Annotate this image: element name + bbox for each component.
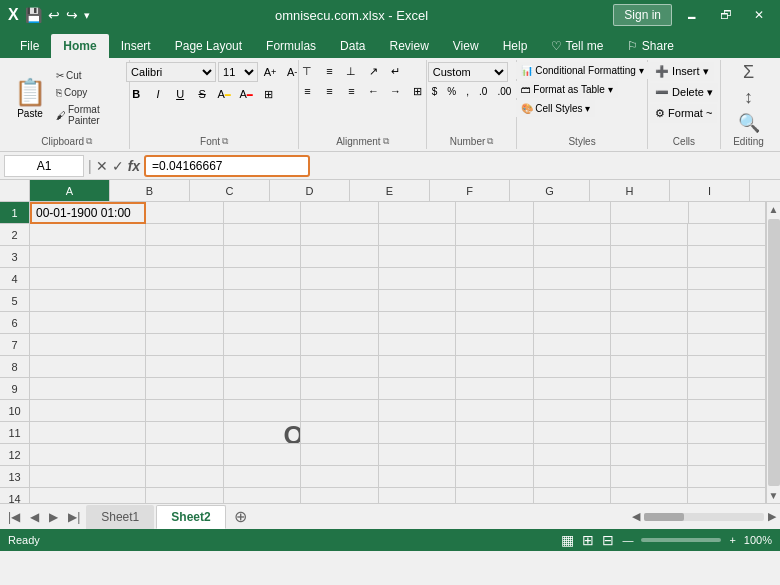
number-format-select[interactable]: Custom bbox=[428, 62, 508, 82]
zoom-plus[interactable]: + bbox=[729, 534, 735, 546]
cell-H9[interactable] bbox=[611, 378, 688, 400]
decrease-decimal-button[interactable]: .00 bbox=[493, 84, 515, 99]
cell-F10[interactable] bbox=[456, 400, 533, 422]
row-header-7[interactable]: 7 bbox=[0, 334, 30, 356]
cell-H13[interactable] bbox=[611, 466, 688, 488]
cell-E12[interactable] bbox=[379, 444, 456, 466]
cell-B4[interactable] bbox=[146, 268, 223, 290]
paste-button[interactable]: 📋 Paste bbox=[10, 75, 50, 121]
format-button[interactable]: ⚙ Format ~ bbox=[650, 104, 717, 123]
cell-A2[interactable] bbox=[30, 224, 146, 246]
indent-dec-button[interactable]: ← bbox=[363, 82, 383, 100]
cell-H11[interactable] bbox=[611, 422, 688, 444]
cell-B1[interactable] bbox=[146, 202, 223, 224]
save-qat-icon[interactable]: 💾 bbox=[25, 7, 42, 23]
cell-G12[interactable] bbox=[534, 444, 611, 466]
row-header-6[interactable]: 6 bbox=[0, 312, 30, 334]
cell-D7[interactable] bbox=[301, 334, 378, 356]
minimize-button[interactable]: 🗕 bbox=[678, 6, 706, 24]
cell-E8[interactable] bbox=[379, 356, 456, 378]
find-select-icon[interactable]: 🔍 bbox=[738, 112, 760, 134]
col-header-C[interactable]: C bbox=[190, 180, 270, 202]
row-header-13[interactable]: 13 bbox=[0, 466, 30, 488]
cell-C6[interactable] bbox=[224, 312, 301, 334]
align-right-button[interactable]: ≡ bbox=[341, 82, 361, 100]
cell-E3[interactable] bbox=[379, 246, 456, 268]
cell-G10[interactable] bbox=[534, 400, 611, 422]
italic-button[interactable]: I bbox=[148, 84, 168, 104]
cell-A3[interactable] bbox=[30, 246, 146, 268]
cell-I8[interactable] bbox=[688, 356, 765, 378]
horizontal-scroll-left[interactable]: ◀ bbox=[632, 510, 640, 523]
format-as-table-button[interactable]: 🗃 Format as Table ▾ bbox=[516, 81, 618, 98]
col-header-A[interactable]: A bbox=[30, 180, 110, 202]
cell-A4[interactable] bbox=[30, 268, 146, 290]
cell-F9[interactable] bbox=[456, 378, 533, 400]
formula-input[interactable] bbox=[144, 155, 310, 177]
cell-C2[interactable] bbox=[224, 224, 301, 246]
cell-H6[interactable] bbox=[611, 312, 688, 334]
horizontal-scroll-thumb[interactable] bbox=[644, 513, 684, 521]
number-launcher[interactable]: ⧉ bbox=[487, 136, 493, 147]
cell-I2[interactable] bbox=[688, 224, 765, 246]
tab-review[interactable]: Review bbox=[377, 34, 440, 58]
cancel-formula-icon[interactable]: ✕ bbox=[96, 158, 108, 174]
cell-D4[interactable] bbox=[301, 268, 378, 290]
cell-E1[interactable] bbox=[379, 202, 456, 224]
cell-H4[interactable] bbox=[611, 268, 688, 290]
cell-G9[interactable] bbox=[534, 378, 611, 400]
cell-E5[interactable] bbox=[379, 290, 456, 312]
conditional-formatting-button[interactable]: 📊 Conditional Formatting ▾ bbox=[516, 62, 649, 79]
cell-A5[interactable] bbox=[30, 290, 146, 312]
cell-H12[interactable] bbox=[611, 444, 688, 466]
add-sheet-button[interactable]: ⊕ bbox=[228, 505, 253, 528]
col-header-B[interactable]: B bbox=[110, 180, 190, 202]
row-header-3[interactable]: 3 bbox=[0, 246, 30, 268]
cell-F7[interactable] bbox=[456, 334, 533, 356]
page-break-view-button[interactable]: ⊟ bbox=[602, 532, 614, 548]
cell-B6[interactable] bbox=[146, 312, 223, 334]
bottom-align-button[interactable]: ⊥ bbox=[341, 62, 361, 80]
cell-B11[interactable] bbox=[146, 422, 223, 444]
cell-G7[interactable] bbox=[534, 334, 611, 356]
cell-A8[interactable] bbox=[30, 356, 146, 378]
cell-G13[interactable] bbox=[534, 466, 611, 488]
cell-G2[interactable] bbox=[534, 224, 611, 246]
cell-C8[interactable] bbox=[224, 356, 301, 378]
cell-I13[interactable] bbox=[688, 466, 765, 488]
scroll-up-arrow[interactable]: ▲ bbox=[767, 202, 780, 217]
scroll-thumb[interactable] bbox=[768, 219, 780, 486]
cell-H3[interactable] bbox=[611, 246, 688, 268]
cell-B10[interactable] bbox=[146, 400, 223, 422]
cell-F6[interactable] bbox=[456, 312, 533, 334]
tab-data[interactable]: Data bbox=[328, 34, 377, 58]
cell-B13[interactable] bbox=[146, 466, 223, 488]
row-header-9[interactable]: 9 bbox=[0, 378, 30, 400]
cell-A1[interactable]: 00-01-1900 01:00 bbox=[30, 202, 146, 224]
cell-B14[interactable] bbox=[146, 488, 223, 503]
cell-E14[interactable] bbox=[379, 488, 456, 503]
cell-G5[interactable] bbox=[534, 290, 611, 312]
cell-A7[interactable] bbox=[30, 334, 146, 356]
sum-icon[interactable]: Σ bbox=[743, 62, 754, 83]
row-header-12[interactable]: 12 bbox=[0, 444, 30, 466]
cell-styles-button[interactable]: 🎨 Cell Styles ▾ bbox=[516, 100, 596, 117]
cell-I14[interactable] bbox=[688, 488, 765, 503]
align-left-button[interactable]: ≡ bbox=[297, 82, 317, 100]
cell-B3[interactable] bbox=[146, 246, 223, 268]
tab-share[interactable]: ⚐ Share bbox=[615, 34, 685, 58]
cell-B5[interactable] bbox=[146, 290, 223, 312]
currency-button[interactable]: $ bbox=[428, 84, 442, 99]
cell-B12[interactable] bbox=[146, 444, 223, 466]
increase-decimal-button[interactable]: .0 bbox=[475, 84, 491, 99]
cell-B9[interactable] bbox=[146, 378, 223, 400]
col-header-G[interactable]: G bbox=[510, 180, 590, 202]
cell-E13[interactable] bbox=[379, 466, 456, 488]
cell-E2[interactable] bbox=[379, 224, 456, 246]
zoom-minus[interactable]: — bbox=[622, 534, 633, 546]
sheet-nav-next[interactable]: ▶ bbox=[45, 508, 62, 526]
close-button[interactable]: ✕ bbox=[746, 6, 772, 24]
horizontal-scroll-right[interactable]: ▶ bbox=[768, 510, 776, 523]
col-header-D[interactable]: D bbox=[270, 180, 350, 202]
sheet-tab-1[interactable]: Sheet1 bbox=[86, 505, 154, 529]
